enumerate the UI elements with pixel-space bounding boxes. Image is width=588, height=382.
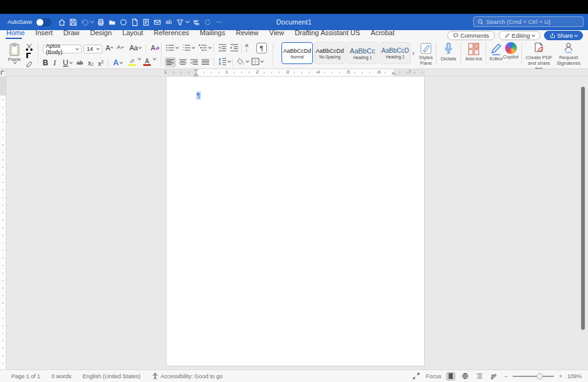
- highlight-button[interactable]: [128, 58, 136, 66]
- sort-button[interactable]: A↓: [245, 43, 248, 52]
- text-effects-button[interactable]: A: [113, 58, 122, 67]
- bold-button[interactable]: B: [43, 58, 48, 67]
- shading-button[interactable]: [237, 58, 249, 65]
- grow-font-button[interactable]: A: [106, 44, 114, 52]
- autocorrect-icon[interactable]: ab: [165, 18, 173, 26]
- align-center-button[interactable]: [177, 57, 188, 67]
- change-case-button[interactable]: Aa: [129, 44, 141, 52]
- save-icon[interactable]: [69, 18, 77, 26]
- bullets-button[interactable]: [166, 44, 178, 52]
- tab-draw[interactable]: Draw: [63, 30, 80, 40]
- filter-icon[interactable]: [176, 18, 184, 26]
- focus-label[interactable]: Focus: [426, 373, 442, 379]
- web-layout-view-button[interactable]: [460, 372, 470, 381]
- clipboard-icon: [9, 43, 20, 57]
- more-commands-icon[interactable]: ⋯: [215, 18, 223, 26]
- right-indent-marker[interactable]: [391, 72, 396, 75]
- line-spacing-button[interactable]: [218, 58, 231, 65]
- tab-stop-selector[interactable]: [0, 69, 6, 77]
- document-canvas[interactable]: ¶: [0, 77, 588, 369]
- draft-view-button[interactable]: [489, 372, 499, 381]
- superscript-button[interactable]: x2: [98, 60, 104, 67]
- editing-mode-button[interactable]: Editing: [499, 31, 540, 40]
- styles-pane-button[interactable]: StylesPane: [416, 42, 435, 66]
- word-count[interactable]: 0 words: [52, 373, 72, 379]
- increase-indent-button[interactable]: [230, 44, 239, 52]
- tab-acrobat[interactable]: Acrobat: [371, 30, 395, 40]
- style-heading-2[interactable]: AaBbCcD Heading 2: [379, 42, 411, 64]
- paste-button[interactable]: Paste: [5, 43, 24, 63]
- underline-button[interactable]: U: [63, 58, 72, 67]
- page-count[interactable]: Page 1 of 1: [11, 373, 40, 379]
- highlight-chevron[interactable]: [137, 58, 141, 60]
- share-button[interactable]: Share: [544, 31, 583, 40]
- cursor-paragraph-mark[interactable]: ¶: [196, 91, 201, 100]
- zoom-slider[interactable]: [513, 376, 554, 377]
- refresh-icon[interactable]: [204, 18, 212, 26]
- tab-design[interactable]: Design: [90, 30, 112, 40]
- undo-icon[interactable]: [80, 18, 89, 26]
- borders-button[interactable]: [251, 58, 263, 65]
- style-no-spacing[interactable]: AaBbCcDd No Spacing: [314, 42, 346, 64]
- style-heading-1[interactable]: AaBbCc Heading 1: [347, 42, 378, 64]
- copy-button[interactable]: [25, 52, 33, 60]
- circle-icon[interactable]: [119, 18, 128, 26]
- multilevel-list-button[interactable]: [199, 44, 211, 52]
- compose-document-icon[interactable]: [142, 18, 150, 26]
- tab-drafting-assistant[interactable]: Drafting Assistant US: [295, 30, 360, 40]
- dictate-button[interactable]: Dictate: [438, 42, 459, 62]
- shrink-font-button[interactable]: A: [117, 44, 124, 50]
- font-size-combo[interactable]: 14: [84, 45, 102, 53]
- tab-references[interactable]: References: [154, 30, 189, 40]
- layout-options-icon[interactable]: [192, 18, 200, 26]
- zoom-level[interactable]: 109%: [567, 373, 582, 379]
- decrease-indent-button[interactable]: [218, 44, 227, 52]
- strikethrough-button[interactable]: ab: [77, 60, 83, 66]
- align-right-button[interactable]: [188, 57, 200, 67]
- search-input[interactable]: [486, 18, 574, 25]
- tab-mailings[interactable]: Mailings: [200, 30, 225, 40]
- format-painter-button[interactable]: [25, 60, 33, 68]
- numbering-button[interactable]: [182, 44, 195, 52]
- justify-button[interactable]: [200, 57, 211, 67]
- search-box[interactable]: [473, 16, 584, 27]
- undo-dropdown-chevron-icon[interactable]: [90, 19, 94, 23]
- autosave-toggle[interactable]: [36, 18, 52, 26]
- zoom-slider-thumb[interactable]: [536, 373, 543, 379]
- styles-gallery-more-button[interactable]: ›: [412, 49, 415, 57]
- accessibility-status[interactable]: Accessibility: Good to go: [152, 373, 223, 379]
- zoom-in-button[interactable]: +: [559, 373, 562, 379]
- document-page[interactable]: ¶: [166, 77, 425, 366]
- font-color-button[interactable]: A: [143, 58, 151, 66]
- new-document-icon[interactable]: [131, 18, 139, 26]
- align-left-button[interactable]: [165, 57, 176, 67]
- italic-button[interactable]: I: [53, 58, 56, 68]
- copilot-button[interactable]: Copilot: [500, 42, 521, 60]
- cut-button[interactable]: [25, 43, 33, 51]
- focus-expand-icon[interactable]: [411, 372, 421, 381]
- tab-layout[interactable]: Layout: [122, 30, 143, 40]
- mail-icon[interactable]: [153, 18, 161, 26]
- clear-formatting-button[interactable]: A: [151, 44, 160, 52]
- outline-view-button[interactable]: [475, 372, 484, 381]
- show-formatting-marks-button[interactable]: ¶: [256, 43, 267, 53]
- tab-view[interactable]: View: [270, 30, 285, 40]
- tab-review[interactable]: Review: [236, 30, 258, 40]
- comments-button[interactable]: Comments: [447, 31, 495, 40]
- home-icon[interactable]: [58, 18, 66, 26]
- request-signatures-button[interactable]: RequestSignatures: [554, 42, 583, 66]
- language[interactable]: English (United States): [83, 373, 141, 379]
- zoom-out-button[interactable]: −: [504, 373, 507, 379]
- style-normal[interactable]: AaBbCcDd Normal: [281, 42, 313, 64]
- tab-insert[interactable]: Insert: [35, 30, 53, 40]
- font-color-chevron[interactable]: [152, 58, 156, 60]
- folder-icon[interactable]: [108, 18, 116, 26]
- filter-dropdown-chevron-icon[interactable]: [185, 19, 190, 23]
- subscript-button[interactable]: x2: [88, 60, 94, 67]
- create-pdf-button[interactable]: Create PDFand share link: [524, 42, 554, 72]
- vertical-scrollbar[interactable]: [581, 87, 585, 330]
- addins-button[interactable]: Add-ins: [463, 42, 484, 62]
- font-name-combo[interactable]: Aptos (Body): [43, 45, 82, 53]
- print-icon[interactable]: [97, 18, 105, 26]
- print-layout-view-button[interactable]: [446, 372, 455, 381]
